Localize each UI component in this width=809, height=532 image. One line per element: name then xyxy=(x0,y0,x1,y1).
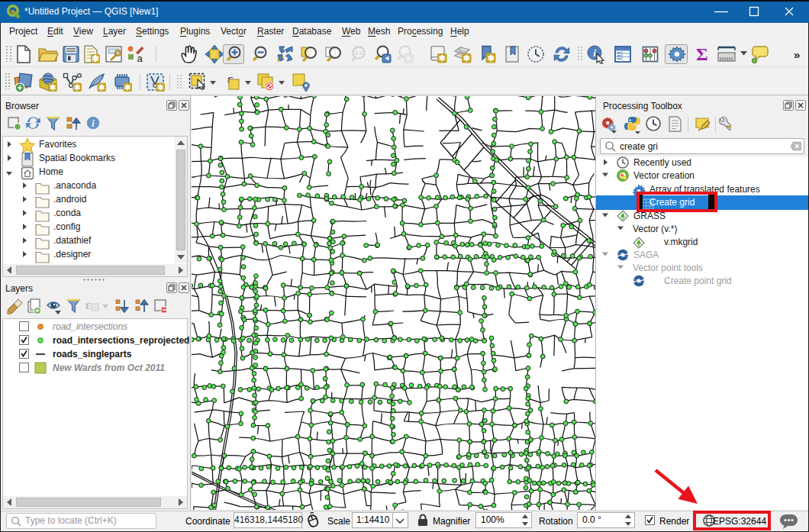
svg-text:1:1: 1:1 xyxy=(355,50,363,56)
svg-text:✱: ✱ xyxy=(98,83,105,92)
svg-text:✱: ✱ xyxy=(92,53,99,64)
svg-text:✱: ✱ xyxy=(124,83,131,92)
svg-text:✱: ✱ xyxy=(487,53,494,63)
svg-text:✱: ✱ xyxy=(157,83,164,92)
svg-text:a: a xyxy=(137,53,143,64)
svg-text:✱: ✱ xyxy=(463,53,470,63)
svg-text:✱: ✱ xyxy=(74,83,81,92)
svg-text:ε: ε xyxy=(85,298,91,311)
svg-text:✱: ✱ xyxy=(50,83,56,92)
svg-text:»: » xyxy=(794,48,800,61)
svg-text:i: i xyxy=(593,47,596,59)
svg-text:✱: ✱ xyxy=(439,53,446,63)
svg-text:Σ: Σ xyxy=(696,44,708,64)
